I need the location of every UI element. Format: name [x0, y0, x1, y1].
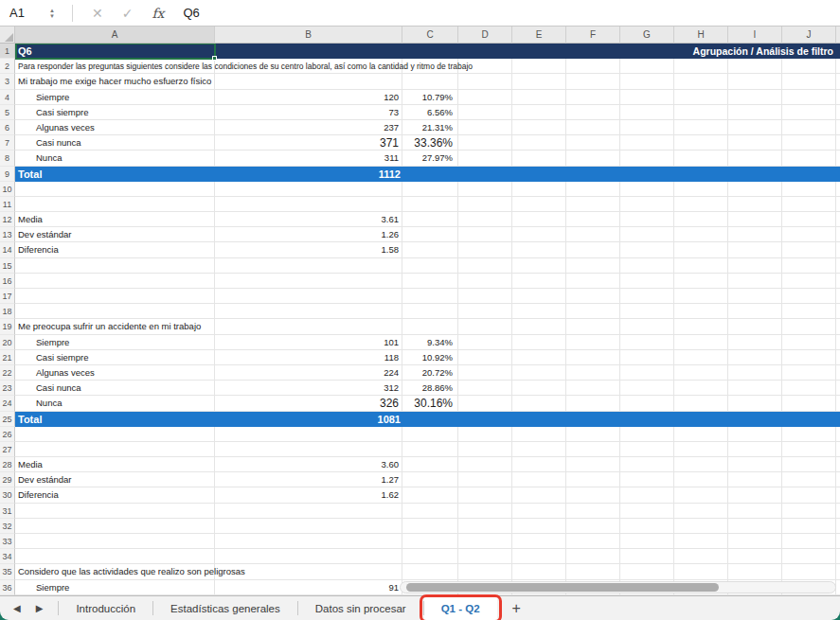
cell-B29[interactable]: 1.27: [215, 472, 402, 487]
cell-D29[interactable]: [458, 472, 512, 487]
cell-D6[interactable]: [458, 120, 512, 135]
cell-A14[interactable]: Diferencia: [15, 242, 215, 257]
cell-E32[interactable]: [512, 519, 566, 534]
cell-J32[interactable]: [782, 519, 836, 534]
merged-title-bar[interactable]: Q6Agrupación / Análisis de filtro: [15, 44, 840, 59]
cell-H4[interactable]: [674, 90, 728, 105]
cell-F7[interactable]: [566, 135, 620, 151]
cell-B8[interactable]: 311: [215, 151, 402, 166]
cell-E11[interactable]: [512, 197, 566, 212]
row-header-20[interactable]: 20: [0, 335, 15, 350]
cell-J11[interactable]: [782, 197, 836, 212]
cell-D35[interactable]: [458, 564, 512, 579]
cell-B32[interactable]: [215, 519, 402, 534]
cell-I17[interactable]: [728, 289, 782, 304]
cell-C5[interactable]: 6.56%: [402, 105, 458, 120]
cell-C11[interactable]: [402, 197, 458, 212]
cell-A6[interactable]: Algunas veces: [15, 120, 215, 135]
cell-I15[interactable]: [728, 258, 782, 274]
cell-H2[interactable]: [674, 59, 728, 74]
cell-C3[interactable]: [402, 74, 458, 89]
cell-H31[interactable]: [674, 504, 728, 519]
column-header-J[interactable]: J: [782, 27, 836, 44]
next-sheet-icon[interactable]: ▶: [36, 603, 44, 613]
cell-C26[interactable]: [402, 427, 458, 442]
cell-B28[interactable]: 3.60: [215, 457, 402, 472]
row-header-35[interactable]: 35: [0, 564, 15, 579]
cell-C10[interactable]: [402, 182, 458, 197]
cell-E19[interactable]: [512, 319, 566, 334]
row-header-3[interactable]: 3: [0, 74, 15, 89]
column-header-D[interactable]: D: [458, 27, 512, 44]
cell-G5[interactable]: [620, 105, 674, 120]
cell-A19[interactable]: Me preocupa sufrir un accidente en mi tr…: [15, 319, 215, 334]
sheet-tab-introducción[interactable]: Introducción: [59, 596, 152, 620]
cell-E16[interactable]: [512, 274, 566, 289]
name-box-stepper[interactable]: ▲ ▼: [49, 8, 55, 19]
cell-I24[interactable]: [728, 396, 782, 411]
cell-I28[interactable]: [728, 457, 782, 472]
formula-input[interactable]: Q6: [184, 6, 200, 20]
cell-D17[interactable]: [458, 289, 512, 304]
cell-F12[interactable]: [566, 212, 620, 227]
row-header-29[interactable]: 29: [0, 472, 15, 487]
cell-A20[interactable]: Siempre: [15, 335, 215, 350]
cell-F21[interactable]: [566, 350, 620, 365]
cell-I10[interactable]: [728, 182, 782, 197]
row-header-14[interactable]: 14: [0, 242, 15, 257]
row-header-6[interactable]: 6: [0, 120, 15, 135]
row-header-32[interactable]: 32: [0, 519, 15, 534]
cell-B22[interactable]: 224: [215, 365, 402, 381]
cell-J18[interactable]: [782, 304, 836, 319]
cell-G33[interactable]: [620, 534, 674, 549]
cell-E34[interactable]: [512, 549, 566, 564]
cell-G28[interactable]: [620, 457, 674, 472]
cell-B4[interactable]: 120: [215, 90, 402, 105]
cell-G20[interactable]: [620, 335, 674, 350]
cell-A36[interactable]: Siempre: [15, 580, 215, 595]
cell-H19[interactable]: [674, 319, 728, 334]
cell-C32[interactable]: [402, 519, 458, 534]
cell-D31[interactable]: [458, 504, 512, 519]
cell-E28[interactable]: [512, 457, 566, 472]
cell-E30[interactable]: [512, 487, 566, 503]
cell-H12[interactable]: [674, 212, 728, 227]
cell-A4[interactable]: Siempre: [15, 90, 215, 105]
cell-B10[interactable]: [215, 182, 402, 197]
cell-A28[interactable]: Media: [15, 457, 215, 472]
row-header-15[interactable]: 15: [0, 258, 15, 274]
total-bar-9[interactable]: Total1112: [15, 167, 840, 182]
cell-J29[interactable]: [782, 472, 836, 487]
cell-G8[interactable]: [620, 151, 674, 166]
cell-C35[interactable]: [402, 564, 458, 579]
cell-C7[interactable]: 33.36%: [402, 135, 458, 151]
cell-J24[interactable]: [782, 396, 836, 411]
cell-D8[interactable]: [458, 151, 512, 166]
row-header-12[interactable]: 12: [0, 212, 15, 227]
total-bar-25[interactable]: Total1081: [15, 412, 840, 427]
name-box[interactable]: A1: [0, 6, 44, 20]
row-header-26[interactable]: 26: [0, 427, 15, 442]
cell-G30[interactable]: [620, 487, 674, 503]
cell-B11[interactable]: [215, 197, 402, 212]
cell-A29[interactable]: Dev estándar: [15, 472, 215, 487]
cell-J20[interactable]: [782, 335, 836, 350]
cell-C33[interactable]: [402, 534, 458, 549]
cell-A24[interactable]: Nunca: [15, 396, 215, 411]
cell-D7[interactable]: [458, 135, 512, 151]
cell-C30[interactable]: [402, 487, 458, 503]
cell-C28[interactable]: [402, 457, 458, 472]
cell-J31[interactable]: [782, 504, 836, 519]
cell-B5[interactable]: 73: [215, 105, 402, 120]
column-header-F[interactable]: F: [566, 27, 620, 44]
cell-H7[interactable]: [674, 135, 728, 151]
row-header-11[interactable]: 11: [0, 197, 15, 212]
cell-J15[interactable]: [782, 258, 836, 274]
cell-G12[interactable]: [620, 212, 674, 227]
cell-D3[interactable]: [458, 74, 512, 89]
cell-E2[interactable]: [512, 59, 566, 74]
cell-C15[interactable]: [402, 258, 458, 274]
cell-I30[interactable]: [728, 487, 782, 503]
confirm-icon[interactable]: ✓: [122, 6, 134, 21]
cell-I26[interactable]: [728, 427, 782, 442]
